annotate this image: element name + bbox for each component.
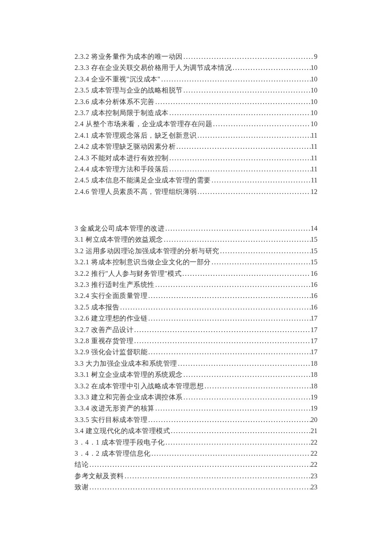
toc-label: 3.2 运用多动因理论加强成本管理的分析与研究 xyxy=(75,246,219,257)
toc-label: 3.2.1 将成本控制意识当做企业文化的一部分 xyxy=(75,257,211,268)
toc-leader-dots xyxy=(197,130,311,141)
toc-leader-dots xyxy=(124,471,311,482)
toc-page-number: 16 xyxy=(311,268,317,279)
toc-leader-dots xyxy=(147,414,311,425)
toc-label: 2.3.6 成本分析体系不完善 xyxy=(75,96,155,107)
toc-page-number: 10 xyxy=(311,62,317,73)
toc-label: 3.2.3 推行适时生产系统性 xyxy=(75,279,155,290)
toc-page-number: 23 xyxy=(311,471,317,482)
toc-label: 3．4．1 成本管理手段电子化 xyxy=(75,437,165,448)
toc-entry: 3.3.4 改进无形资产的核算 19 xyxy=(75,403,317,414)
toc-page-number: 16 xyxy=(311,279,317,290)
toc-leader-dots xyxy=(147,313,311,324)
toc-leader-dots xyxy=(176,141,311,152)
toc-label: 2.4.4 成本管理方法和手段落后 xyxy=(75,164,169,175)
toc-page-number: 19 xyxy=(311,392,317,403)
toc-page-number: 11 xyxy=(311,130,317,141)
toc-entry: 2.3.7 成本控制局限于制造成本 10 xyxy=(75,107,317,119)
toc-entry: 3.3.1 树立企业成本管理的系统观念 18 xyxy=(75,369,317,380)
toc-page-number: 22 xyxy=(311,437,317,448)
toc-page-number: 15 xyxy=(311,234,317,245)
toc-page-number: 15 xyxy=(311,257,317,268)
toc-entry: 3.2.2 推行"人人参与财务管理"模式 16 xyxy=(75,268,317,279)
toc-leader-dots xyxy=(212,119,311,130)
toc-leader-dots xyxy=(204,381,311,392)
toc-entry: 3.2.6 建立理想的作业链 17 xyxy=(75,313,317,324)
toc-entry: 3.2.5 成本报告 16 xyxy=(75,302,317,313)
toc-leader-dots xyxy=(155,279,311,290)
toc-leader-dots xyxy=(165,437,311,448)
toc-label: 3.3.2 在成本管理中引入战略成本管理思想 xyxy=(75,381,204,392)
toc-page-number: 14 xyxy=(311,223,317,234)
toc-page-number: 10 xyxy=(311,107,317,119)
toc-entry: 2.4.5 成本信息不能满足企业成本管理的需要 11 xyxy=(75,175,317,186)
toc-entry: 3 金威龙公司成本管理的改进 14 xyxy=(75,223,317,234)
toc-label: 3.3.1 树立企业成本管理的系统观念 xyxy=(75,369,183,380)
toc-page-number: 12 xyxy=(311,186,317,197)
toc-label: 3.3.4 改进无形资产的核算 xyxy=(75,403,155,414)
toc-leader-dots xyxy=(147,347,311,358)
toc-page-number: 22 xyxy=(311,448,317,459)
toc-label: 2.4.1 成本管理观念落后，缺乏创新意识 xyxy=(75,130,197,141)
toc-page-number: 9 xyxy=(314,51,317,62)
toc-label: 致谢 xyxy=(75,482,89,493)
toc-entry: 3.3 大力加强企业成本和系统管理 18 xyxy=(75,358,317,369)
toc-label: 3.1 树立成本管理的效益观念 xyxy=(75,234,163,245)
toc-leader-dots xyxy=(151,448,311,459)
toc-label: 2.4.5 成本信息不能满足企业成本管理的需要 xyxy=(75,175,211,186)
toc-label: 3.3.3 建立和完善企业成本调控体系 xyxy=(75,392,183,403)
toc-page-number: 22 xyxy=(311,459,317,470)
toc-label: 2.3.5 成本管理与企业的战略相脱节 xyxy=(75,85,183,96)
toc-entry: 2.4.3 不能对成本进行有效控制 11 xyxy=(75,153,317,164)
toc-page-number: 17 xyxy=(311,324,317,335)
toc-leader-dots xyxy=(232,62,311,73)
toc-page-number: 15 xyxy=(311,246,317,257)
toc-leader-dots xyxy=(89,482,311,493)
toc-leader-dots xyxy=(155,96,311,107)
toc-entry: 2.4.4 成本管理方法和手段落后 11 xyxy=(75,164,317,175)
toc-entry: 3.2 运用多动因理论加强成本管理的分析与研究 15 xyxy=(75,246,317,257)
toc-label: 2.4 从整个市场来看，企业成本管理存在问题 xyxy=(75,119,212,130)
toc-entry: 3．4．2 成本管理信息化 22 xyxy=(75,448,317,459)
toc-entry: 2.3.5 成本管理与企业的战略相脱节 10 xyxy=(75,85,317,96)
toc-leader-dots xyxy=(183,51,314,62)
toc-block-2: 3 金威龙公司成本管理的改进 14 3.1 树立成本管理的效益观念 15 3.2… xyxy=(75,223,317,493)
toc-label: 2.3.7 成本控制局限于制造成本 xyxy=(75,107,169,119)
toc-entry: 3.3.5 实行目标成本管理 20 xyxy=(75,414,317,425)
toc-leader-dots xyxy=(219,246,311,257)
toc-page-number: 16 xyxy=(311,290,317,301)
toc-leader-dots xyxy=(183,369,311,380)
toc-page-number: 10 xyxy=(311,96,317,107)
toc-page-number: 10 xyxy=(311,119,317,130)
toc-entry: 3.2.4 实行全面质量管理 16 xyxy=(75,290,317,301)
toc-page-number: 11 xyxy=(311,164,317,175)
toc-label: 2.4.6 管理人员素质不高，管理组织薄弱 xyxy=(75,186,197,197)
toc-label: 3.2.5 成本报告 xyxy=(75,302,119,313)
toc-entry: 2.3.2 将业务量作为成本的唯一动因 9 xyxy=(75,51,317,62)
toc-page-number: 21 xyxy=(311,425,317,436)
toc-label: 2.3.4 企业不重视"沉没成本" xyxy=(75,74,161,85)
toc-entry: 3．4．1 成本管理手段电子化 22 xyxy=(75,437,317,448)
toc-label: 2.4.2 成本管理缺乏驱动因素分析 xyxy=(75,141,176,152)
toc-leader-dots xyxy=(155,403,311,414)
toc-entry: 3.2.9 强化会计监督职能 17 xyxy=(75,347,317,358)
toc-entry: 2.3.6 成本分析体系不完善 10 xyxy=(75,96,317,107)
toc-leader-dots xyxy=(177,358,311,369)
toc-label: 结论 xyxy=(75,459,89,470)
toc-entry: 3.4 建立现代化的成本管理模式 21 xyxy=(75,425,317,436)
toc-entry: 参考文献及资料 23 xyxy=(75,471,317,482)
toc-block-1: 2.3.2 将业务量作为成本的唯一动因 9 2.3.3 存在企业关联交易价格用于… xyxy=(75,51,317,197)
toc-leader-dots xyxy=(169,107,311,119)
toc-label: 3.2.8 重视存货管理 xyxy=(75,335,133,347)
toc-entry: 3.3.3 建立和完善企业成本调控体系 19 xyxy=(75,392,317,403)
toc-entry: 3.2.3 推行适时生产系统性 16 xyxy=(75,279,317,290)
toc-label: 3.2.6 建立理想的作业链 xyxy=(75,313,147,324)
toc-entry: 致谢 23 xyxy=(75,482,317,493)
toc-page-number: 18 xyxy=(311,381,317,392)
toc-leader-dots xyxy=(183,392,311,403)
toc-page-number: 11 xyxy=(311,175,317,186)
toc-page-number: 17 xyxy=(311,335,317,347)
toc-leader-dots xyxy=(89,459,311,470)
toc-leader-dots xyxy=(133,324,311,335)
toc-leader-dots xyxy=(164,223,311,234)
